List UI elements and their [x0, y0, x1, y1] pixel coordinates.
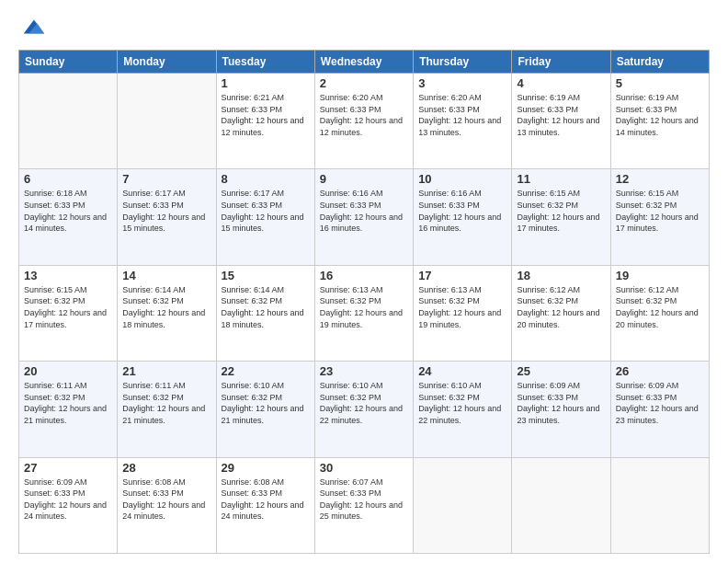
day-info: Sunrise: 6:17 AM Sunset: 6:33 PM Dayligh…: [222, 188, 310, 234]
day-info: Sunrise: 6:14 AM Sunset: 6:32 PM Dayligh…: [222, 284, 310, 330]
calendar-day-cell: 17Sunrise: 6:13 AM Sunset: 6:32 PM Dayli…: [414, 265, 512, 361]
calendar-day-cell: 20Sunrise: 6:11 AM Sunset: 6:32 PM Dayli…: [19, 362, 118, 457]
day-info: Sunrise: 6:09 AM Sunset: 6:33 PM Dayligh…: [24, 477, 112, 523]
calendar-day-cell: 12Sunrise: 6:15 AM Sunset: 6:32 PM Dayli…: [610, 169, 709, 265]
day-info: Sunrise: 6:16 AM Sunset: 6:33 PM Dayligh…: [320, 188, 408, 234]
day-number: 22: [222, 364, 310, 378]
calendar-day-cell: 19Sunrise: 6:12 AM Sunset: 6:32 PM Dayli…: [610, 265, 709, 361]
day-number: 11: [517, 172, 605, 186]
day-info: Sunrise: 6:12 AM Sunset: 6:32 PM Dayligh…: [616, 284, 704, 330]
day-info: Sunrise: 6:19 AM Sunset: 6:33 PM Dayligh…: [616, 92, 704, 138]
calendar-day-cell: 18Sunrise: 6:12 AM Sunset: 6:32 PM Dayli…: [512, 265, 610, 361]
day-number: 2: [320, 76, 408, 90]
day-number: 5: [616, 76, 704, 90]
day-info: Sunrise: 6:15 AM Sunset: 6:32 PM Dayligh…: [24, 284, 112, 330]
calendar-day-cell: 30Sunrise: 6:07 AM Sunset: 6:33 PM Dayli…: [314, 457, 413, 553]
day-info: Sunrise: 6:09 AM Sunset: 6:33 PM Dayligh…: [616, 380, 704, 426]
day-header-saturday: Saturday: [610, 51, 709, 74]
day-header-tuesday: Tuesday: [216, 51, 314, 74]
calendar-day-cell: 9Sunrise: 6:16 AM Sunset: 6:33 PM Daylig…: [314, 169, 413, 265]
day-info: Sunrise: 6:13 AM Sunset: 6:32 PM Dayligh…: [418, 284, 506, 330]
calendar-day-cell: 29Sunrise: 6:08 AM Sunset: 6:33 PM Dayli…: [216, 457, 314, 553]
day-info: Sunrise: 6:14 AM Sunset: 6:32 PM Dayligh…: [122, 284, 210, 330]
day-info: Sunrise: 6:08 AM Sunset: 6:33 PM Dayligh…: [222, 477, 310, 523]
day-number: 7: [122, 172, 210, 186]
day-number: 13: [24, 269, 112, 282]
calendar-day-cell: 21Sunrise: 6:11 AM Sunset: 6:32 PM Dayli…: [118, 362, 216, 457]
day-header-monday: Monday: [118, 51, 216, 74]
day-info: Sunrise: 6:10 AM Sunset: 6:32 PM Dayligh…: [418, 380, 506, 426]
day-header-friday: Friday: [512, 51, 610, 74]
day-number: 8: [222, 172, 310, 186]
calendar-week-row: 20Sunrise: 6:11 AM Sunset: 6:32 PM Dayli…: [19, 362, 710, 457]
day-number: 23: [320, 364, 408, 378]
day-info: Sunrise: 6:20 AM Sunset: 6:33 PM Dayligh…: [320, 92, 408, 138]
calendar-header-row: SundayMondayTuesdayWednesdayThursdayFrid…: [19, 51, 710, 74]
day-info: Sunrise: 6:15 AM Sunset: 6:32 PM Dayligh…: [517, 188, 605, 234]
day-number: 30: [320, 461, 408, 475]
header: [18, 15, 710, 40]
calendar-day-cell: 26Sunrise: 6:09 AM Sunset: 6:33 PM Dayli…: [610, 362, 709, 457]
day-number: 17: [418, 269, 506, 282]
calendar-week-row: 6Sunrise: 6:18 AM Sunset: 6:33 PM Daylig…: [19, 169, 710, 265]
calendar-day-cell: [512, 457, 610, 553]
day-info: Sunrise: 6:11 AM Sunset: 6:32 PM Dayligh…: [122, 380, 210, 426]
day-number: 28: [122, 461, 210, 475]
calendar-day-cell: 13Sunrise: 6:15 AM Sunset: 6:32 PM Dayli…: [19, 265, 118, 361]
day-number: 29: [222, 461, 310, 475]
day-number: 18: [517, 269, 605, 282]
day-number: 3: [418, 76, 506, 90]
day-number: 27: [24, 461, 112, 475]
day-info: Sunrise: 6:08 AM Sunset: 6:33 PM Dayligh…: [122, 477, 210, 523]
day-info: Sunrise: 6:15 AM Sunset: 6:32 PM Dayligh…: [616, 188, 704, 234]
day-header-wednesday: Wednesday: [314, 51, 413, 74]
day-number: 15: [222, 269, 310, 282]
day-number: 20: [24, 364, 112, 378]
day-info: Sunrise: 6:16 AM Sunset: 6:33 PM Dayligh…: [418, 188, 506, 234]
day-number: 6: [24, 172, 112, 186]
day-info: Sunrise: 6:09 AM Sunset: 6:33 PM Dayligh…: [517, 380, 605, 426]
day-number: 10: [418, 172, 506, 186]
calendar-day-cell: 15Sunrise: 6:14 AM Sunset: 6:32 PM Dayli…: [216, 265, 314, 361]
day-info: Sunrise: 6:10 AM Sunset: 6:32 PM Dayligh…: [222, 380, 310, 426]
calendar-day-cell: 4Sunrise: 6:19 AM Sunset: 6:33 PM Daylig…: [512, 74, 610, 169]
calendar-day-cell: 1Sunrise: 6:21 AM Sunset: 6:33 PM Daylig…: [216, 74, 314, 169]
calendar-day-cell: 7Sunrise: 6:17 AM Sunset: 6:33 PM Daylig…: [118, 169, 216, 265]
calendar-day-cell: 23Sunrise: 6:10 AM Sunset: 6:32 PM Dayli…: [314, 362, 413, 457]
calendar-day-cell: 2Sunrise: 6:20 AM Sunset: 6:33 PM Daylig…: [314, 74, 413, 169]
calendar-week-row: 13Sunrise: 6:15 AM Sunset: 6:32 PM Dayli…: [19, 265, 710, 361]
page: SundayMondayTuesdayWednesdayThursdayFrid…: [0, 0, 728, 563]
calendar-day-cell: 27Sunrise: 6:09 AM Sunset: 6:33 PM Dayli…: [19, 457, 118, 553]
calendar-day-cell: 22Sunrise: 6:10 AM Sunset: 6:32 PM Dayli…: [216, 362, 314, 457]
day-info: Sunrise: 6:07 AM Sunset: 6:33 PM Dayligh…: [320, 477, 408, 523]
calendar-day-cell: [414, 457, 512, 553]
calendar-day-cell: 8Sunrise: 6:17 AM Sunset: 6:33 PM Daylig…: [216, 169, 314, 265]
day-header-sunday: Sunday: [19, 51, 118, 74]
calendar-day-cell: 5Sunrise: 6:19 AM Sunset: 6:33 PM Daylig…: [610, 74, 709, 169]
logo: [18, 15, 46, 40]
calendar-day-cell: 25Sunrise: 6:09 AM Sunset: 6:33 PM Dayli…: [512, 362, 610, 457]
day-number: 21: [122, 364, 210, 378]
calendar-week-row: 27Sunrise: 6:09 AM Sunset: 6:33 PM Dayli…: [19, 457, 710, 553]
day-number: 1: [222, 76, 310, 90]
day-number: 26: [616, 364, 704, 378]
calendar-week-row: 1Sunrise: 6:21 AM Sunset: 6:33 PM Daylig…: [19, 74, 710, 169]
day-info: Sunrise: 6:17 AM Sunset: 6:33 PM Dayligh…: [122, 188, 210, 234]
calendar-day-cell: 14Sunrise: 6:14 AM Sunset: 6:32 PM Dayli…: [118, 265, 216, 361]
day-header-thursday: Thursday: [414, 51, 512, 74]
day-info: Sunrise: 6:20 AM Sunset: 6:33 PM Dayligh…: [418, 92, 506, 138]
day-info: Sunrise: 6:13 AM Sunset: 6:32 PM Dayligh…: [320, 284, 408, 330]
day-info: Sunrise: 6:10 AM Sunset: 6:32 PM Dayligh…: [320, 380, 408, 426]
day-number: 25: [517, 364, 605, 378]
day-info: Sunrise: 6:11 AM Sunset: 6:32 PM Dayligh…: [24, 380, 112, 426]
day-number: 14: [122, 269, 210, 282]
calendar-table: SundayMondayTuesdayWednesdayThursdayFrid…: [18, 50, 710, 554]
calendar-day-cell: [19, 74, 118, 169]
calendar-day-cell: 16Sunrise: 6:13 AM Sunset: 6:32 PM Dayli…: [314, 265, 413, 361]
calendar-day-cell: 10Sunrise: 6:16 AM Sunset: 6:33 PM Dayli…: [414, 169, 512, 265]
calendar-day-cell: 28Sunrise: 6:08 AM Sunset: 6:33 PM Dayli…: [118, 457, 216, 553]
calendar-day-cell: 6Sunrise: 6:18 AM Sunset: 6:33 PM Daylig…: [19, 169, 118, 265]
day-info: Sunrise: 6:19 AM Sunset: 6:33 PM Dayligh…: [517, 92, 605, 138]
day-info: Sunrise: 6:18 AM Sunset: 6:33 PM Dayligh…: [24, 188, 112, 234]
day-info: Sunrise: 6:21 AM Sunset: 6:33 PM Dayligh…: [222, 92, 310, 138]
